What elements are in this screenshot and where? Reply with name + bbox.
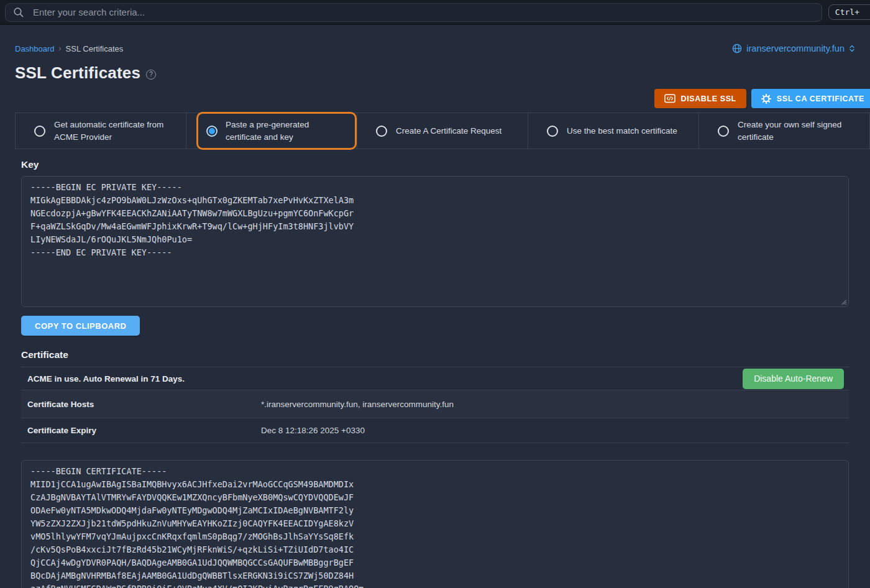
key-heading: Key [21, 159, 855, 170]
radio-icon[interactable] [34, 126, 45, 137]
option-certificate-request[interactable]: Create A Certificate Request [357, 113, 528, 149]
certificate-info-table: ACME in use. Auto Renewal in 71 Days. Di… [21, 367, 849, 443]
copy-to-clipboard-button[interactable]: COPY TO CLIPBOARD [21, 316, 140, 336]
selected-option-highlight: Paste a pre-generated certificate and ke… [196, 112, 357, 150]
option-label: Use the best match certificate [567, 125, 677, 137]
breadcrumb-dashboard-link[interactable]: Dashboard [15, 44, 55, 53]
resize-handle-icon[interactable] [840, 298, 847, 305]
private-key-textarea[interactable]: -----BEGIN EC PRIVATE KEY----- MIGkAgEBB… [21, 176, 849, 307]
certificate-textarea-wrap: -----BEGIN CERTIFICATE----- MIID1jCCA1ug… [21, 460, 849, 588]
acme-status-text: ACME in use. Auto Renewal in 71 Days. [27, 374, 185, 384]
help-icon[interactable]: ? [146, 70, 156, 80]
row-label: Certificate Expiry [27, 426, 261, 435]
row-label: Certificate Hosts [27, 400, 261, 409]
table-row-certificate-expiry: Certificate Expiry Dec 8 12:18:26 2025 +… [21, 418, 849, 443]
radio-checked-icon[interactable] [206, 126, 218, 137]
main-content: Dashboard › SSL Certificates iranserverc… [0, 44, 870, 588]
option-label: Paste a pre-generated certificate and ke… [226, 119, 347, 143]
row-value: *.iranservercommunity.fun, iranservercom… [261, 400, 454, 409]
globe-icon [732, 44, 742, 53]
ssl-ca-certificate-label: SSL CA CERTIFICATE [777, 94, 864, 103]
radio-icon[interactable] [376, 126, 387, 137]
radio-icon[interactable] [547, 126, 558, 137]
certificate-heading: Certificate [21, 349, 855, 361]
breadcrumb-separator: › [59, 44, 62, 53]
global-search-box[interactable] [5, 3, 822, 22]
certificate-textarea[interactable]: -----BEGIN CERTIFICATE----- MIID1jCCA1ug… [21, 460, 849, 588]
option-label: Create your own self signed certificate [738, 119, 869, 143]
domain-selector[interactable]: iranservercommunity.fun [732, 44, 855, 53]
option-label: Create A Certificate Request [396, 125, 501, 137]
page-actions: DISABLE SSL SSL CA CERTIFICATE [15, 89, 870, 108]
option-label: Get automatic certificate from ACME Prov… [54, 119, 186, 143]
search-input[interactable] [33, 7, 814, 17]
acme-status-row: ACME in use. Auto Renewal in 71 Days. Di… [21, 367, 849, 390]
breadcrumb: Dashboard › SSL Certificates [15, 44, 123, 53]
domain-selector-value: iranservercommunity.fun [746, 44, 845, 53]
disable-ssl-label: DISABLE SSL [681, 94, 736, 103]
radio-icon[interactable] [718, 126, 729, 137]
gear-icon [761, 94, 771, 104]
page-title: SSL Certificates [15, 63, 140, 83]
keyboard-shortcut-hint: Ctrl+ [828, 4, 870, 20]
topbar: Ctrl+ [0, 0, 870, 25]
chevron-updown-icon [849, 45, 855, 52]
certificate-mode-options: Get automatic certificate from ACME Prov… [15, 113, 870, 149]
ssl-ca-certificate-button[interactable]: SSL CA CERTIFICATE [751, 89, 870, 108]
disable-auto-renew-button[interactable]: Disable Auto-Renew [743, 369, 844, 389]
option-best-match[interactable]: Use the best match certificate [528, 113, 699, 149]
option-acme-provider[interactable]: Get automatic certificate from ACME Prov… [16, 113, 186, 149]
row-value: Dec 8 12:18:26 2025 +0330 [261, 426, 365, 435]
key-textarea-wrap: -----BEGIN EC PRIVATE KEY----- MIGkAgEBB… [21, 176, 849, 307]
code-window-icon [664, 94, 675, 103]
search-icon [13, 7, 24, 18]
breadcrumb-current: SSL Certificates [66, 44, 124, 53]
disable-ssl-button[interactable]: DISABLE SSL [654, 89, 746, 108]
option-self-signed[interactable]: Create your own self signed certificate [699, 113, 870, 149]
option-paste-pregenerated[interactable]: Paste a pre-generated certificate and ke… [186, 113, 357, 149]
table-row-certificate-hosts: Certificate Hosts *.iranservercommunity.… [21, 390, 849, 418]
